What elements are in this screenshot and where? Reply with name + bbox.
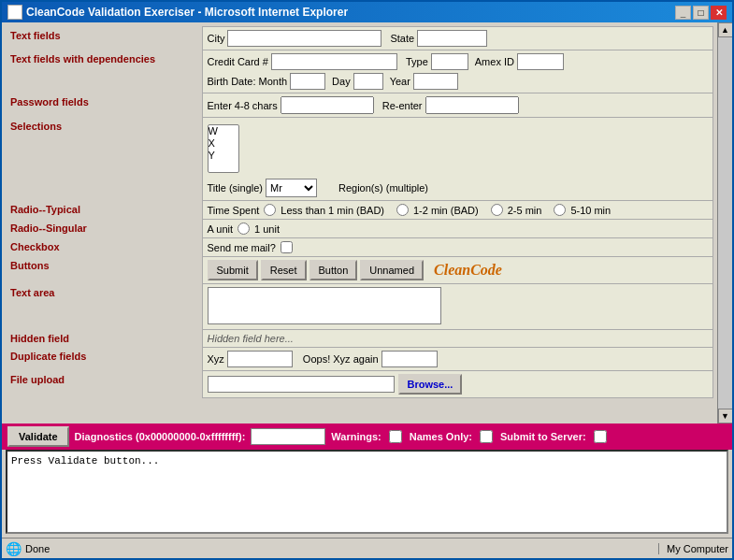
duplicate-fields-label: Duplicate fields [6,348,202,371]
text-fields-deps-row: Text fields with dependencies Credit Car… [6,50,713,93]
radio-5-10min-label: 5-10 min [570,205,611,216]
output-area: Press Validate button... [6,450,728,534]
close-button[interactable]: ✕ [711,6,727,20]
xyz-input[interactable] [227,351,293,367]
city-input[interactable] [227,30,381,47]
buttons-label: Buttons [6,257,202,284]
file-path-input[interactable] [208,376,395,393]
amex-input[interactable] [517,53,564,70]
warnings-label: Warnings: [331,431,381,442]
title-select[interactable]: Mr Mrs Ms Dr [266,179,317,197]
send-mail-label: Send me mail? [208,242,276,253]
diagnostics-input[interactable] [251,428,325,445]
radio-unit[interactable] [237,223,250,235]
app-icon: e [7,5,22,20]
text-fields-row: Text fields City State [6,27,713,50]
send-mail-checkbox[interactable] [281,241,293,253]
selections-cell: W X Y Title (single) Mr Mrs M [202,118,713,201]
text-area-input[interactable] [208,287,441,324]
radio-typical-label: Radio--Typical [6,201,202,220]
main-window: e CleanCode Validation Exerciser - Micro… [0,0,734,560]
submit-to-server-label: Submit to Server: [500,431,586,442]
state-input[interactable] [417,30,487,47]
text-area-cell [202,284,713,330]
xyz-again-input[interactable] [381,351,438,367]
status-text: Done [25,543,50,554]
buttons-row: Buttons Submit Reset Button Unnamed Clea… [6,257,713,284]
state-label: State [390,33,414,44]
day-input[interactable] [353,73,383,90]
titlebar: e CleanCode Validation Exerciser - Micro… [2,2,732,22]
type-input[interactable] [431,53,468,70]
amex-label: Amex ID [475,56,514,67]
radio-singular-label: Radio--Singular [6,220,202,238]
region-label: Region(s) (multiple) [338,182,428,194]
radio-2-5min[interactable] [491,204,503,216]
scroll-up-arrow[interactable]: ▲ [718,22,733,37]
submit-button[interactable]: Submit [208,260,258,280]
text-fields-cell: City State [202,27,713,50]
password-input[interactable] [281,96,374,114]
password-fields-row: Password fields Enter 4-8 chars Re-enter [6,93,713,118]
button-button[interactable]: Button [309,260,358,280]
browse-button[interactable]: Browse... [398,374,463,395]
duplicate-fields-row: Duplicate fields Xyz Oops! Xyz again [6,348,713,371]
submit-to-server-checkbox[interactable] [594,430,607,443]
text-fields-label: Text fields [6,27,202,50]
text-area-label: Text area [6,284,202,330]
validate-button[interactable]: Validate [7,426,69,447]
reset-button[interactable]: Reset [261,260,307,280]
output-text: Press Validate button... [11,455,159,467]
radio-5-10min[interactable] [554,204,566,216]
xyz-label: Xyz [208,353,224,365]
radio-typical-row: Radio--Typical Time Spent Less than 1 mi… [6,201,713,220]
unit-value-label: 1 unit [254,223,280,235]
time-spent-label: Time Spent [208,205,260,216]
selections-label: Selections [6,118,202,201]
radio-less-1min-label: Less than 1 min (BAD) [281,205,384,216]
oops-label: Oops! Xyz again [303,353,379,365]
scroll-down-arrow[interactable]: ▼ [718,409,733,424]
year-input[interactable] [413,73,458,90]
month-input[interactable] [290,73,325,90]
radio-2-5min-label: 2-5 min [508,205,542,216]
radio-typical-cell: Time Spent Less than 1 min (BAD) 1-2 min… [202,201,713,220]
password-fields-label: Password fields [6,93,202,118]
names-only-checkbox[interactable] [480,430,493,443]
re-enter-label: Re-enter [382,100,423,111]
status-icon: 🌐 [6,541,22,556]
warnings-checkbox[interactable] [389,430,402,443]
password-confirm-input[interactable] [425,96,519,114]
restore-button[interactable]: □ [693,6,709,20]
radio-less-1min[interactable] [264,204,276,216]
text-fields-deps-label: Text fields with dependencies [6,50,202,93]
file-upload-label: File upload [6,371,202,398]
checkbox-cell: Send me mail? [202,238,713,257]
title-label: Title (single) [208,182,264,194]
password-fields-cell: Enter 4-8 chars Re-enter [202,93,713,118]
vertical-scrollbar[interactable]: ▲ ▼ [717,22,732,424]
hidden-field-row: Hidden field Hidden field here... [6,330,713,348]
names-only-label: Names Only: [410,431,472,442]
region-select[interactable]: W X Y [208,124,239,173]
scrollbar-track[interactable] [718,37,732,409]
a-unit-label: A unit [208,223,234,235]
year-label: Year [390,76,410,87]
window-title: CleanCode Validation Exerciser - Microso… [26,6,348,19]
credit-card-label: Credit Card # [208,56,268,67]
main-scroll-area: Text fields City State Text fields with … [2,22,717,424]
file-upload-row: File upload Browse... [6,371,713,398]
cleancode-logo: CleanCode [434,262,502,279]
selections-row: Selections W X Y [6,118,713,201]
validate-bar: Validate Diagnostics (0x00000000-0xfffff… [2,424,732,450]
hidden-field-label: Hidden field [6,330,202,348]
city-label: City [208,33,225,44]
minimize-button[interactable]: _ [675,6,691,20]
radio-singular-row: Radio--Singular A unit 1 unit [6,220,713,238]
unnamed-button[interactable]: Unnamed [360,260,424,280]
credit-card-input[interactable] [271,53,397,70]
radio-singular-cell: A unit 1 unit [202,220,713,238]
radio-1-2min[interactable] [396,204,409,216]
day-label: Day [332,76,351,87]
diagnostics-label: Diagnostics (0x00000000-0xffffffff): [75,431,246,442]
